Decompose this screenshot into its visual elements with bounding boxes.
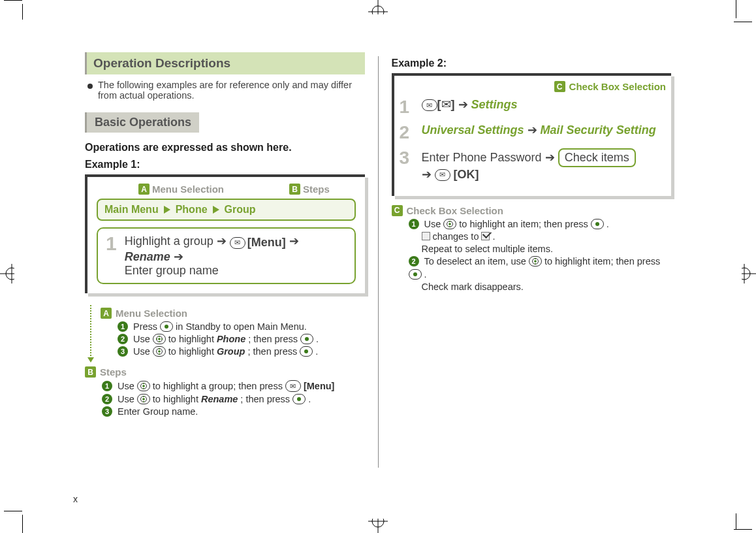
- t: .: [606, 219, 609, 229]
- settings-link: Settings: [471, 98, 518, 111]
- t: Press: [133, 321, 157, 332]
- ex2-step-2: 2 Universal Settings ➔ Mail Security Set…: [400, 123, 667, 143]
- crop-mark: [732, 0, 736, 18]
- explain-b-title: Steps: [100, 366, 127, 378]
- explain-c-head: C Check Box Selection: [392, 205, 672, 216]
- badge-b-icon: B: [289, 184, 300, 195]
- arrowhead-icon: [87, 357, 94, 363]
- step-num: 1: [400, 97, 413, 118]
- menu-seg-1: Main Menu: [104, 204, 159, 216]
- explain-b-1: 1 Use to highlight a group; then press ✉…: [102, 380, 365, 392]
- center-key-icon: [300, 346, 313, 357]
- arrow-icon: ➔: [174, 250, 183, 263]
- step-badge-2: 2: [102, 394, 112, 404]
- registration-mark-icon: [363, 0, 393, 14]
- t: Use: [424, 219, 441, 229]
- t: Use: [118, 394, 134, 404]
- t: Repeat to select multiple items.: [422, 244, 553, 254]
- step-badge-1: 1: [409, 219, 419, 229]
- crop-mark: [4, 511, 22, 515]
- t: Use: [133, 334, 150, 344]
- example-2-label: Example 2:: [392, 57, 672, 69]
- center-key-icon: [292, 394, 306, 404]
- step-badge-1: 1: [102, 381, 112, 391]
- center-key-icon: [160, 321, 173, 332]
- callout-a: A Menu Selection: [138, 184, 224, 195]
- t: .: [424, 269, 427, 280]
- step-text: Highlight a group ➔ ✉ [Menu] ➔ Rename ➔ …: [125, 234, 347, 278]
- step-body: Enter Phone Password ➔ Check items ➔ ✉ […: [422, 148, 636, 182]
- registration-mark-icon: [363, 519, 393, 533]
- checkbox-change-line: changes to .: [422, 231, 672, 242]
- crop-mark: [4, 0, 22, 4]
- registration-mark-icon: [742, 259, 756, 289]
- t: Phone: [217, 334, 245, 344]
- badge-c-icon: C: [392, 205, 403, 216]
- t: to highlight a group; then press: [153, 381, 283, 391]
- step-badge-3: 3: [118, 346, 128, 357]
- t: ; then press: [247, 346, 297, 357]
- bullet-icon: [87, 84, 93, 89]
- ok-label: [OK]: [454, 168, 479, 181]
- badge-a-icon: A: [101, 308, 112, 319]
- explain-c-1: 1 Use to highlight an item; then press .: [409, 219, 672, 229]
- triangle-icon: [213, 206, 219, 214]
- t: ; then press: [248, 334, 298, 344]
- mail-key-icon: ✉: [285, 380, 301, 392]
- nav-key-icon: [137, 381, 150, 391]
- dotted-connector-icon: [90, 305, 97, 361]
- badge-c-icon: C: [554, 81, 565, 92]
- menu-seg-2: Phone: [176, 204, 208, 216]
- ex2-step-1: 1 ✉[✉] ➔ Settings: [400, 97, 667, 118]
- nav-key-icon: [153, 346, 166, 357]
- t: Rename: [201, 394, 238, 404]
- step-badge-2: 2: [409, 256, 419, 266]
- step-body: Universal Settings ➔ Mail Security Setti…: [422, 123, 656, 137]
- callout-a-label: Menu Selection: [152, 184, 224, 195]
- checkbox-checked-icon: [481, 232, 490, 240]
- callout-c-label: Check Box Selection: [569, 81, 666, 92]
- nav-key-icon: [529, 256, 542, 266]
- page-number: x: [73, 494, 78, 504]
- note-text: The following examples are for reference…: [87, 80, 365, 101]
- callouts-row: A Menu Selection B Steps: [138, 184, 360, 195]
- checkbox-empty-icon: [422, 232, 430, 240]
- right-column: Example 2: C Check Box Selection 1 ✉[✉] …: [379, 52, 685, 507]
- explain-b-list: 1 Use to highlight a group; then press ✉…: [102, 380, 365, 417]
- explain-c-2: 2 To deselect an item, use to highlight …: [409, 256, 672, 280]
- page-content: Operation Descriptions The following exa…: [72, 52, 684, 507]
- t: in Standby to open Main Menu.: [176, 321, 307, 332]
- arrow-icon: ➔: [289, 234, 299, 248]
- center-key-icon: [300, 334, 313, 344]
- t: To deselect an item, use: [424, 256, 526, 266]
- example-2-steps: 1 ✉[✉] ➔ Settings 2 Universal Settings ➔…: [400, 97, 667, 182]
- example-1-box: A Menu Selection B Steps Main Menu Phone…: [85, 174, 365, 293]
- explain-c-title: Check Box Selection: [407, 205, 503, 216]
- step-num: 2: [400, 123, 413, 143]
- step-body: ✉[✉] ➔ Settings: [422, 97, 518, 112]
- mail-key-icon: ✉: [422, 99, 437, 111]
- menu-key: ✉ [Menu]: [230, 236, 286, 250]
- step-1-box: 1 Highlight a group ➔ ✉ [Menu] ➔ Rename …: [97, 227, 356, 284]
- step-badge-2: 2: [118, 334, 128, 344]
- crop-mark: [22, 515, 26, 533]
- t: to highlight item; then press: [544, 256, 660, 266]
- menu-path: Main Menu Phone Group: [97, 199, 356, 221]
- t: to highlight: [168, 334, 214, 344]
- ex2-step-3: 3 Enter Phone Password ➔ Check items ➔ ✉…: [400, 148, 667, 182]
- svg-point-19: [142, 398, 145, 400]
- callout-b-label: Steps: [303, 184, 330, 195]
- svg-point-23: [534, 260, 537, 263]
- t: Check mark disappears.: [422, 282, 524, 292]
- svg-point-13: [158, 338, 161, 340]
- menu-key-label: [Menu]: [247, 236, 286, 250]
- rename-label: Rename: [125, 250, 170, 263]
- explain-a-title: Menu Selection: [116, 308, 187, 319]
- example-2-box: C Check Box Selection 1 ✉[✉] ➔ Settings …: [392, 73, 672, 196]
- enter-password: Enter Phone Password: [422, 151, 542, 164]
- intro-sentence: Operations are expressed as shown here.: [85, 142, 365, 153]
- t: changes to: [433, 231, 479, 242]
- crop-mark: [732, 513, 736, 529]
- arrow-icon: ➔: [545, 151, 555, 164]
- step-badge-3: 3: [102, 406, 112, 417]
